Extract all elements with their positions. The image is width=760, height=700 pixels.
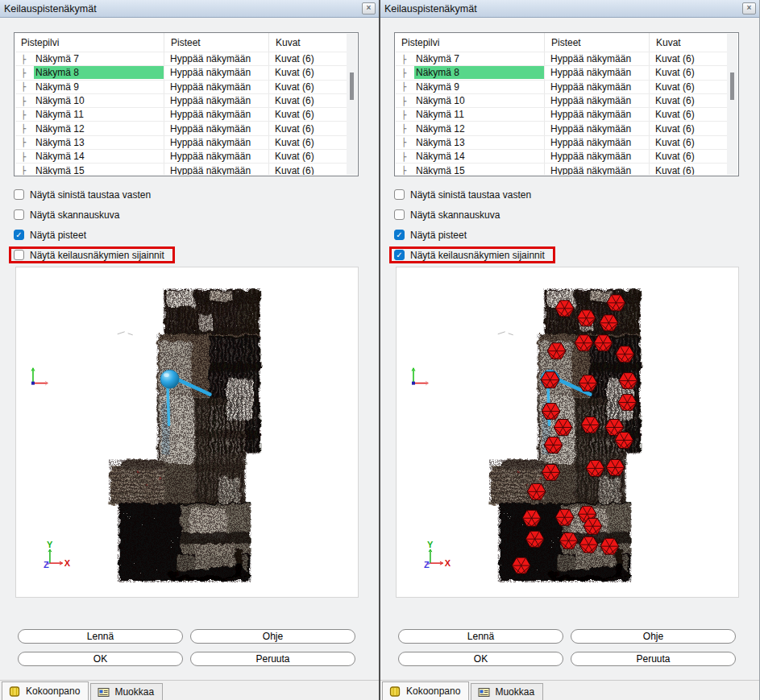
jump-to-view-action[interactable]: Hyppää näkymään (164, 81, 269, 93)
images-link[interactable]: Kuvat (6) (269, 136, 347, 149)
table-row[interactable]: ├ Näkymä 8 Hyppää näkymään Kuvat (6) (15, 65, 347, 79)
dialog-titlebar[interactable]: Keilauspistenäkymät × (0, 0, 380, 18)
scan-position-marker[interactable] (586, 460, 604, 476)
scan-position-marker[interactable] (525, 531, 544, 547)
fly-button[interactable]: Lennä (398, 629, 563, 644)
scan-position-marker[interactable] (522, 510, 541, 526)
checkbox-row[interactable]: Näytä sinistä taustaa vasten (392, 188, 539, 201)
scan-position-marker[interactable] (544, 437, 563, 453)
jump-to-view-action[interactable]: Hyppää näkymään (545, 108, 650, 121)
images-link[interactable]: Kuvat (6) (269, 108, 347, 121)
scan-position-marker[interactable] (579, 375, 597, 391)
help-button[interactable]: Ohje (571, 629, 736, 644)
table-row[interactable]: ├ Näkymä 14 Hyppää näkymään Kuvat (6) (396, 149, 727, 163)
jump-to-view-action[interactable]: Hyppää näkymään (545, 164, 650, 175)
jump-to-view-action[interactable]: Hyppää näkymään (164, 122, 269, 135)
images-link[interactable]: Kuvat (6) (650, 66, 727, 79)
checkbox[interactable]: ✓ (394, 230, 405, 240)
scan-position-marker[interactable] (579, 536, 598, 553)
jump-to-view-action[interactable]: Hyppää näkymään (545, 150, 650, 163)
scan-position-marker[interactable] (600, 315, 618, 331)
close-button[interactable]: × (362, 2, 376, 14)
checkbox[interactable] (394, 189, 405, 200)
table-row[interactable]: ├ Näkymä 13 Hyppää näkymään Kuvat (6) (396, 135, 727, 149)
scan-position-marker[interactable] (606, 459, 625, 475)
scan-position-marker[interactable] (542, 464, 560, 480)
scan-position-marker[interactable] (594, 335, 613, 351)
checkbox[interactable] (14, 189, 24, 200)
jump-to-view-action[interactable]: Hyppää näkymään (164, 136, 269, 149)
scan-position-marker[interactable] (541, 372, 559, 388)
images-link[interactable]: Kuvat (6) (650, 52, 727, 65)
tab-kokoonpano[interactable]: Kokoonpano (2, 681, 89, 700)
table-row[interactable]: ├ Näkymä 15 Hyppää näkymään Kuvat (6) (396, 163, 727, 175)
images-link[interactable]: Kuvat (6) (650, 136, 727, 149)
scan-position-marker[interactable] (581, 417, 600, 433)
scan-position-marker[interactable] (555, 300, 574, 317)
images-link[interactable]: Kuvat (6) (650, 164, 727, 175)
cancel-button[interactable]: Peruuta (571, 652, 736, 666)
ok-button[interactable]: OK (398, 652, 563, 666)
table-row[interactable]: ├ Näkymä 7 Hyppää näkymään Kuvat (6) (396, 52, 727, 65)
jump-to-view-action[interactable]: Hyppää näkymään (545, 94, 650, 107)
table-row[interactable]: ├ Näkymä 12 Hyppää näkymään Kuvat (6) (15, 121, 347, 135)
scrollbar-thumb[interactable] (730, 72, 734, 100)
table-row[interactable]: ├ Näkymä 8 Hyppää näkymään Kuvat (6) (396, 65, 727, 79)
checkbox[interactable]: ✓ (14, 230, 24, 240)
jump-to-view-action[interactable]: Hyppää näkymään (545, 66, 650, 79)
images-link[interactable]: Kuvat (6) (269, 66, 347, 79)
tab-kokoonpano[interactable]: Kokoonpano (382, 681, 469, 700)
checkbox-row[interactable]: Näytä skannauskuva (392, 209, 508, 221)
scan-position-marker[interactable] (559, 532, 578, 549)
images-link[interactable]: Kuvat (6) (269, 81, 347, 93)
scan-position-marker[interactable] (554, 420, 572, 436)
scan-position-marker[interactable] (607, 295, 625, 311)
help-button[interactable]: Ohje (190, 629, 355, 644)
table-row[interactable]: ├ Näkymä 9 Hyppää näkymään Kuvat (6) (396, 80, 727, 93)
jump-to-view-action[interactable]: Hyppää näkymään (545, 122, 650, 135)
checkbox-row[interactable]: Näytä skannauskuva (11, 209, 127, 221)
jump-to-view-action[interactable]: Hyppää näkymään (545, 52, 650, 65)
checkbox[interactable]: ✓ (394, 250, 405, 260)
scan-position-marker[interactable] (615, 433, 633, 449)
checkbox-row[interactable]: ✓ Näytä pisteet (392, 229, 475, 241)
cancel-button[interactable]: Peruuta (190, 652, 355, 666)
checkbox[interactable] (394, 209, 405, 220)
scan-position-marker[interactable] (618, 395, 637, 411)
checkbox-row[interactable]: ✓ Näytä pisteet (11, 229, 94, 241)
jump-to-view-action[interactable]: Hyppää näkymään (164, 66, 269, 79)
checkbox-row[interactable]: Näytä sinistä taustaa vasten (11, 188, 159, 201)
scan-position-marker[interactable] (577, 310, 596, 326)
scan-position-marker[interactable] (512, 557, 530, 574)
jump-to-view-action[interactable]: Hyppää näkymään (164, 108, 269, 121)
images-link[interactable]: Kuvat (6) (650, 122, 727, 135)
jump-to-view-action[interactable]: Hyppää näkymään (164, 164, 269, 175)
scan-position-marker[interactable] (575, 335, 593, 351)
checkbox[interactable] (14, 209, 24, 220)
table-scrollbar[interactable] (347, 34, 357, 175)
jump-to-view-action[interactable]: Hyppää näkymään (164, 150, 269, 163)
table-row[interactable]: ├ Näkymä 12 Hyppää näkymään Kuvat (6) (396, 121, 727, 135)
scan-position-marker[interactable] (547, 343, 566, 359)
point-cloud-viewport[interactable] (15, 267, 359, 598)
jump-to-view-action[interactable]: Hyppää näkymään (545, 81, 650, 93)
images-link[interactable]: Kuvat (6) (650, 94, 727, 107)
tab-muokkaa[interactable]: Muokkaa (90, 683, 163, 700)
table-row[interactable]: ├ Näkymä 11 Hyppää näkymään Kuvat (6) (396, 107, 727, 121)
images-link[interactable]: Kuvat (6) (650, 81, 727, 93)
jump-to-view-action[interactable]: Hyppää näkymään (545, 136, 650, 149)
point-cloud-viewport[interactable] (396, 267, 739, 598)
table-row[interactable]: ├ Näkymä 13 Hyppää näkymään Kuvat (6) (15, 135, 347, 149)
images-link[interactable]: Kuvat (6) (269, 150, 347, 163)
ok-button[interactable]: OK (18, 652, 183, 666)
table-row[interactable]: ├ Näkymä 10 Hyppää näkymään Kuvat (6) (15, 93, 347, 107)
table-row[interactable]: ├ Näkymä 15 Hyppää näkymään Kuvat (6) (15, 163, 347, 175)
checkbox-row[interactable]: Näytä keilausnäkymien sijainnit (11, 249, 172, 261)
scan-position-marker[interactable] (527, 483, 546, 499)
images-link[interactable]: Kuvat (6) (269, 94, 347, 107)
close-button[interactable]: × (742, 2, 756, 14)
dialog-titlebar[interactable]: Keilauspistenäkymät × (380, 0, 760, 18)
table-row[interactable]: ├ Näkymä 14 Hyppää näkymään Kuvat (6) (15, 149, 347, 163)
table-row[interactable]: ├ Näkymä 11 Hyppää näkymään Kuvat (6) (15, 107, 347, 121)
images-link[interactable]: Kuvat (6) (269, 164, 347, 175)
